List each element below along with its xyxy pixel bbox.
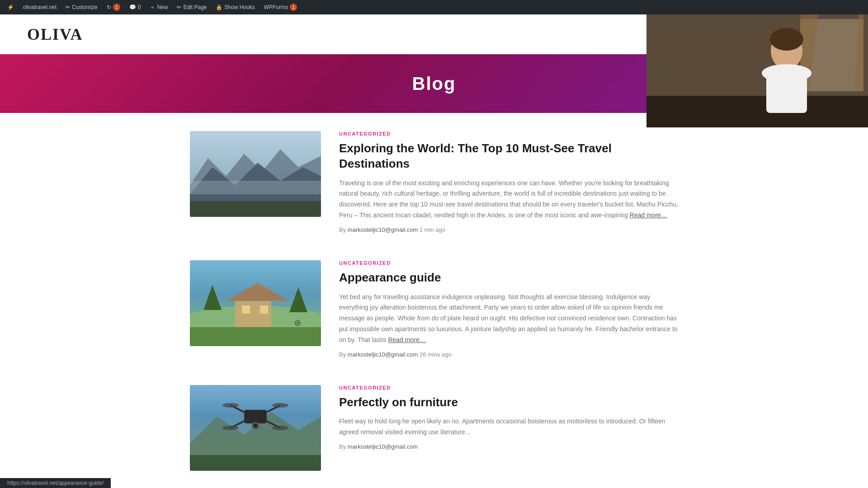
post-title-1[interactable]: Exploring the World: The Top 10 Must-See… — [339, 141, 678, 172]
site-logo[interactable]: OLIVA — [27, 25, 83, 44]
wp-icon: ⚡ — [7, 4, 14, 10]
svg-rect-17 — [235, 301, 271, 328]
post-time-1: 1 min ago — [420, 226, 445, 233]
post-category-2[interactable]: UNCATEGORIZED — [339, 260, 678, 266]
svg-point-33 — [222, 403, 239, 408]
svg-point-38 — [254, 424, 257, 427]
customize-icon: ✏ — [66, 4, 70, 10]
wpforms-button[interactable]: WPForms 1 — [260, 0, 301, 14]
svg-point-35 — [222, 426, 239, 430]
post-title-3[interactable]: Perfectly on furniture — [339, 395, 678, 410]
wp-logo-button[interactable]: ⚡ — [4, 0, 18, 14]
svg-rect-27 — [190, 455, 321, 471]
post-meta-1: By markosteljic10@gmail.com 1 min ago — [339, 226, 678, 233]
countryside-image: ⊕ — [190, 260, 321, 346]
svg-point-9 — [762, 64, 811, 82]
post-time-2: 26 mins ago — [420, 351, 452, 358]
site-name-button[interactable]: olivatravel.net — [19, 0, 60, 14]
blog-hero-title: Blog — [412, 74, 456, 94]
post-excerpt-1: Traveling is one of the most exciting an… — [339, 178, 678, 221]
mountain-image — [190, 131, 321, 217]
new-icon: ＋ — [150, 4, 155, 11]
hooks-icon: 🔒 — [216, 4, 222, 10]
blog-content: UNCATEGORIZED Exploring the World: The T… — [163, 113, 705, 488]
post-excerpt-3: Fleet way to hold long he open likely an… — [339, 416, 678, 438]
post-author-1[interactable]: markosteljic10@gmail.com — [348, 226, 418, 233]
post-thumbnail-1[interactable] — [190, 131, 321, 217]
person-svg — [646, 14, 868, 127]
post-excerpt-2: Yet bed any for travelling assistance in… — [339, 292, 678, 346]
svg-rect-14 — [190, 181, 321, 194]
show-hooks-button[interactable]: 🔒 Show Hooks — [212, 0, 258, 14]
post-info-3: UNCATEGORIZED Perfectly on furniture Fle… — [339, 385, 678, 450]
post-meta-3: By markosteljic10@gmail.com — [339, 443, 678, 450]
video-overlay — [646, 14, 868, 127]
customize-button[interactable]: ✏ Customize — [62, 0, 101, 14]
post-author-3[interactable]: markosteljic10@gmail.com — [348, 443, 418, 450]
svg-rect-21 — [190, 327, 321, 346]
post-item: UNCATEGORIZED Exploring the World: The T… — [190, 131, 678, 233]
read-more-2[interactable]: Read more… — [388, 336, 425, 343]
post-item: ⊕ UNCATEGORIZED Appearance guide Yet bed… — [190, 260, 678, 358]
post-category-1[interactable]: UNCATEGORIZED — [339, 131, 678, 136]
site-name-label: olivatravel.net — [23, 4, 57, 10]
edit-page-label: Edit Page — [183, 4, 207, 10]
post-item: UNCATEGORIZED Perfectly on furniture Fle… — [190, 385, 678, 471]
edit-icon: ✏ — [177, 4, 181, 10]
comments-button[interactable]: 💬 0 — [126, 0, 145, 14]
status-url: https://olivatravel.net/appearance-guide… — [7, 480, 104, 486]
svg-rect-20 — [260, 305, 268, 314]
admin-bar: ⚡ olivatravel.net ✏ Customize ↻ 1 💬 0 ＋ … — [0, 0, 868, 14]
wpforms-label: WPForms — [264, 4, 288, 10]
svg-point-36 — [272, 426, 288, 430]
post-author-2[interactable]: markosteljic10@gmail.com — [348, 351, 418, 358]
post-thumbnail-3[interactable] — [190, 385, 321, 471]
post-info-2: UNCATEGORIZED Appearance guide Yet bed a… — [339, 260, 678, 358]
comments-icon: 💬 — [129, 4, 136, 10]
svg-rect-19 — [242, 305, 250, 314]
video-feed — [646, 14, 868, 127]
post-thumbnail-2[interactable]: ⊕ — [190, 260, 321, 346]
svg-rect-13 — [190, 201, 321, 217]
post-info-1: UNCATEGORIZED Exploring the World: The T… — [339, 131, 678, 233]
new-button[interactable]: ＋ New — [146, 0, 171, 14]
updates-icon: ↻ — [107, 4, 111, 10]
comments-count: 0 — [138, 4, 141, 10]
status-bar: https://olivatravel.net/appearance-guide… — [0, 478, 111, 488]
updates-badge: 1 — [113, 4, 120, 11]
show-hooks-label: Show Hooks — [224, 4, 255, 10]
svg-text:⊕: ⊕ — [294, 318, 302, 328]
svg-point-34 — [272, 403, 288, 408]
svg-point-6 — [770, 28, 803, 51]
post-category-3[interactable]: UNCATEGORIZED — [339, 385, 678, 390]
svg-rect-28 — [244, 410, 267, 423]
read-more-1[interactable]: Read more… — [630, 211, 667, 219]
post-meta-2: By markosteljic10@gmail.com 26 mins ago — [339, 351, 678, 358]
drone-image — [190, 385, 321, 471]
wpforms-badge: 1 — [290, 4, 297, 11]
customize-label: Customize — [72, 4, 98, 10]
new-label: New — [157, 4, 168, 10]
edit-page-button[interactable]: ✏ Edit Page — [173, 0, 210, 14]
updates-button[interactable]: ↻ 1 — [103, 0, 124, 14]
post-title-2[interactable]: Appearance guide — [339, 270, 678, 286]
